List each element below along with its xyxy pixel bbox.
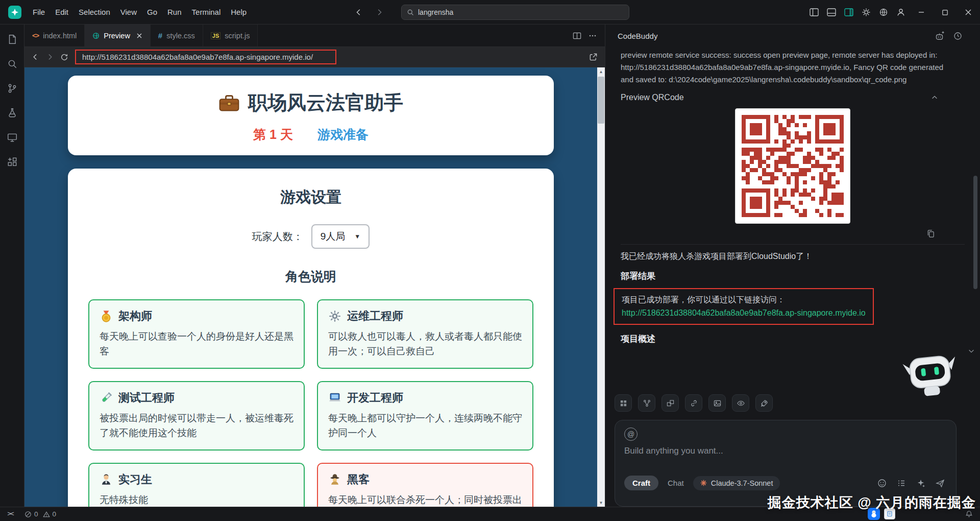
search-input[interactable] [418,8,624,16]
menu-selection[interactable]: Selection [74,5,115,19]
components-icon[interactable] [662,394,679,412]
role-card-developer: 开发工程师 每天晚上都可以守护一个人，连续两晚不能守护同一个人 [317,381,533,451]
history-back-icon[interactable] [351,5,366,20]
menu-help[interactable]: Help [226,5,252,19]
roles-title: 角色说明 [88,268,533,285]
test-flask-icon[interactable] [1,102,23,124]
roles-grid: 架构师 每天晚上可以查验一个人的身份是好人还是黑客 运维工程师 [88,299,533,507]
sparkle-icon[interactable] [916,479,925,488]
toggle-right-sidebar-icon[interactable] [840,5,857,20]
scroll-up-arrow-icon[interactable]: ▲ [597,67,605,76]
player-count-select[interactable]: 9人局 ▼ [311,224,370,249]
menu-terminal[interactable]: Terminal [187,5,226,19]
global-search-box[interactable] [401,5,629,20]
problems-indicator[interactable]: 0 0 [20,510,60,518]
css-file-icon: # [158,31,162,40]
gear-icon [328,310,341,323]
day-counter: 第 1 天 [253,126,293,143]
send-icon[interactable] [936,479,945,488]
account-icon[interactable] [892,5,910,20]
globe-icon[interactable] [875,5,892,20]
game-settings-card: 游戏设置 玩家人数： 9人局 ▼ 角色说明 [68,169,554,507]
scroll-down-arrow-icon[interactable]: ▼ [597,499,605,507]
search-sidebar-icon[interactable] [1,53,23,75]
menu-view[interactable]: View [115,5,142,19]
game-title-row: 职场风云法官助手 [68,90,554,116]
minimize-button[interactable] [910,0,933,25]
medal-icon [100,310,113,323]
chat-scrollbar-thumb[interactable] [973,176,977,289]
toggle-panel-icon[interactable] [823,5,840,20]
deploy-text: 项目已成功部署，你可以通过以下链接访问： [622,293,866,306]
chat-input[interactable] [624,446,947,473]
remote-indicator[interactable]: >< [0,507,20,521]
eye-icon[interactable] [732,394,749,412]
deploy-result-heading: 部署结果 [621,270,965,282]
tab-style-css[interactable]: # style.css [151,25,203,46]
deploy-link-annotation: 项目已成功部署，你可以通过以下链接访问： http://5186231d3880… [614,288,874,325]
tab-index-html[interactable]: <> index.html [24,25,85,46]
preview-browser-bar: http://5186231d38804a62bafa8a0e9ab7e8fa.… [24,47,605,67]
chat-mode-button[interactable]: Chat [668,479,684,487]
emoji-icon[interactable] [877,479,887,488]
watermark-text: 掘金技术社区 @ 六月的雨在掘金 [768,493,976,512]
remote-explorer-icon[interactable] [1,127,23,148]
more-actions-icon[interactable] [589,32,597,40]
split-editor-icon[interactable] [573,32,581,40]
media-frame-icon[interactable] [708,394,726,412]
deploy-link[interactable]: http://5186231d38804a62bafa8a0e9ab7e8fa.… [622,306,866,320]
players-label: 玩家人数： [252,230,303,244]
preview-url[interactable]: http://5186231d38804a62bafa8a0e9ab7e8fa.… [82,53,329,61]
role-card-ops: 运维工程师 可以救人也可以毒人，救人或者毒人都只能使用一次；可以自己救自己 [317,299,533,369]
history-icon[interactable] [953,31,963,41]
workflow-nodes-icon[interactable] [638,394,655,412]
open-external-icon[interactable] [589,53,598,61]
chevron-down-icon: ▼ [354,233,360,240]
scroll-to-bottom-icon[interactable] [968,347,975,354]
tab-script-js[interactable]: JS script.js [203,25,258,46]
copy-icon[interactable] [926,229,935,238]
craft-mode-button[interactable]: Craft [624,476,658,490]
claude-star-icon [700,480,707,486]
editor-area: <> index.html Preview # style.css [24,25,605,507]
close-tab-icon[interactable] [136,33,142,39]
menu-run[interactable]: Run [162,5,187,19]
menu-edit[interactable]: Edit [50,5,74,19]
link-icon[interactable] [685,394,702,412]
apps-grid-icon[interactable] [615,394,632,412]
preview-back-icon[interactable] [32,53,39,61]
preview-scrollbar[interactable]: ▲ ▼ [597,67,605,507]
laptop-icon [328,391,341,405]
url-highlight-annotation: http://5186231d38804a62bafa8a0e9ab7e8fa.… [75,50,336,64]
checklist-icon[interactable] [897,479,906,488]
extensions-icon[interactable] [1,151,23,173]
close-window-button[interactable] [957,0,980,25]
qr-section-label: Preview QRCode [621,93,684,102]
source-control-icon[interactable] [1,78,23,99]
refresh-icon[interactable] [60,53,68,61]
menu-file[interactable]: File [28,5,50,19]
toggle-left-sidebar-icon[interactable] [805,5,823,20]
html-file-icon: <> [32,32,39,39]
history-forward-icon[interactable] [372,5,387,20]
model-selector[interactable]: Claude-3.7-Sonnet [693,476,780,490]
new-chat-icon[interactable] [935,31,945,41]
activity-bar [0,25,24,507]
role-card-hacker: 黑客 每天晚上可以联合杀死一个人；同时被投票出局的时候可以带走一人 [317,463,533,507]
role-card-intern: 实习生 无特殊技能 [88,463,305,507]
editor-tab-bar: <> index.html Preview # style.css [24,25,605,47]
collapse-chevron-up-icon[interactable] [931,94,938,101]
codebuddy-logo-icon [8,6,21,19]
settings-gear-icon[interactable] [857,5,875,20]
preview-scrollbar-thumb[interactable] [598,77,604,124]
tab-preview[interactable]: Preview [85,25,151,46]
menu-go[interactable]: Go [142,5,162,19]
explorer-icon[interactable] [1,29,23,50]
preview-forward-icon[interactable] [46,53,54,61]
preview-tab-icon [92,32,100,39]
codebuddy-mascot-robot [898,348,963,404]
application-window: File Edit Selection View Go Run Terminal… [0,0,980,521]
maximize-button[interactable] [933,0,957,25]
rocket-icon[interactable] [755,394,773,412]
mention-at-icon[interactable]: @ [624,428,638,441]
